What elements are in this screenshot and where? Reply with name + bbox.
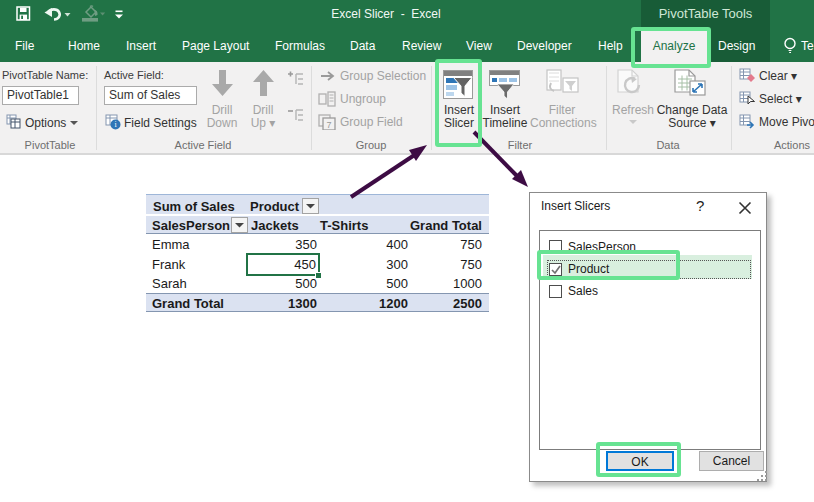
svg-text:7: 7 xyxy=(326,120,331,130)
